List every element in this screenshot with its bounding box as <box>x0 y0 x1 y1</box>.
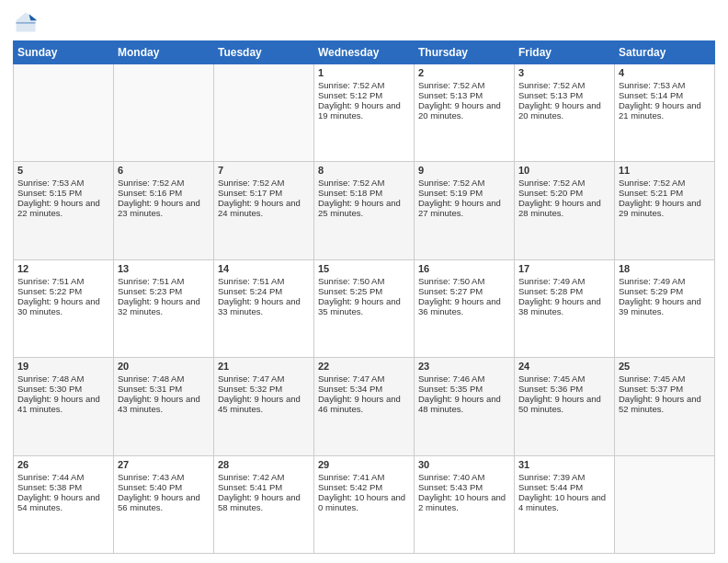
daylight-text: Daylight: 9 hours and 25 minutes. <box>318 198 410 218</box>
sunrise-text: Sunrise: 7:40 AM <box>418 472 510 482</box>
daylight-text: Daylight: 9 hours and 22 minutes. <box>17 198 109 218</box>
calendar-cell: 21Sunrise: 7:47 AMSunset: 5:32 PMDayligh… <box>214 358 314 455</box>
day-number: 30 <box>418 459 510 470</box>
day-number: 16 <box>418 263 510 274</box>
calendar-cell: 5Sunrise: 7:53 AMSunset: 5:15 PMDaylight… <box>14 162 114 259</box>
calendar-cell <box>615 455 715 553</box>
calendar-cell <box>214 64 314 162</box>
day-number: 24 <box>518 361 610 372</box>
sunrise-text: Sunrise: 7:52 AM <box>518 178 610 188</box>
daylight-text: Daylight: 9 hours and 39 minutes. <box>619 296 711 316</box>
sunset-text: Sunset: 5:17 PM <box>218 188 310 198</box>
calendar-cell: 4Sunrise: 7:53 AMSunset: 5:14 PMDaylight… <box>615 64 715 162</box>
calendar-cell: 26Sunrise: 7:44 AMSunset: 5:38 PMDayligh… <box>14 455 114 553</box>
sunrise-text: Sunrise: 7:47 AM <box>318 373 410 384</box>
calendar-cell <box>114 64 214 162</box>
sunset-text: Sunset: 5:14 PM <box>619 90 711 100</box>
sunset-text: Sunset: 5:32 PM <box>218 384 310 394</box>
daylight-text: Daylight: 9 hours and 23 minutes. <box>118 198 210 218</box>
sunset-text: Sunset: 5:42 PM <box>318 482 410 492</box>
day-number: 8 <box>318 165 410 176</box>
sunset-text: Sunset: 5:27 PM <box>418 286 510 296</box>
sunrise-text: Sunrise: 7:51 AM <box>218 276 310 286</box>
calendar-cell: 13Sunrise: 7:51 AMSunset: 5:23 PMDayligh… <box>114 259 214 357</box>
day-number: 6 <box>118 165 210 176</box>
sunset-text: Sunset: 5:43 PM <box>418 482 510 492</box>
day-number: 3 <box>518 67 610 78</box>
sunset-text: Sunset: 5:44 PM <box>518 482 610 492</box>
daylight-text: Daylight: 9 hours and 20 minutes. <box>418 100 510 121</box>
daylight-text: Daylight: 9 hours and 28 minutes. <box>518 198 610 218</box>
calendar-cell: 29Sunrise: 7:41 AMSunset: 5:42 PMDayligh… <box>314 455 415 553</box>
calendar-cell: 11Sunrise: 7:52 AMSunset: 5:21 PMDayligh… <box>615 162 715 259</box>
calendar-week-4: 19Sunrise: 7:48 AMSunset: 5:30 PMDayligh… <box>14 358 715 455</box>
day-number: 11 <box>619 165 711 176</box>
calendar-cell: 16Sunrise: 7:50 AMSunset: 5:27 PMDayligh… <box>415 259 515 357</box>
sunrise-text: Sunrise: 7:48 AM <box>17 373 109 384</box>
calendar-week-5: 26Sunrise: 7:44 AMSunset: 5:38 PMDayligh… <box>14 455 715 553</box>
daylight-text: Daylight: 10 hours and 2 minutes. <box>418 492 510 512</box>
day-number: 18 <box>619 263 711 274</box>
day-number: 17 <box>518 263 610 274</box>
weekday-header-friday: Friday <box>515 41 615 64</box>
sunrise-text: Sunrise: 7:49 AM <box>619 276 711 286</box>
sunrise-text: Sunrise: 7:47 AM <box>218 373 310 384</box>
calendar-cell: 8Sunrise: 7:52 AMSunset: 5:18 PMDaylight… <box>314 162 415 259</box>
daylight-text: Daylight: 9 hours and 50 minutes. <box>518 394 610 414</box>
sunset-text: Sunset: 5:35 PM <box>418 384 510 394</box>
sunset-text: Sunset: 5:34 PM <box>318 384 410 394</box>
day-number: 13 <box>118 263 210 274</box>
weekday-header-wednesday: Wednesday <box>314 41 415 64</box>
calendar-cell: 24Sunrise: 7:45 AMSunset: 5:36 PMDayligh… <box>515 358 615 455</box>
calendar-cell: 1Sunrise: 7:52 AMSunset: 5:12 PMDaylight… <box>314 64 415 162</box>
weekday-header-saturday: Saturday <box>615 41 715 64</box>
sunrise-text: Sunrise: 7:51 AM <box>118 276 210 286</box>
day-number: 29 <box>318 459 410 470</box>
day-number: 23 <box>418 361 510 372</box>
daylight-text: Daylight: 9 hours and 43 minutes. <box>118 394 210 414</box>
daylight-text: Daylight: 9 hours and 52 minutes. <box>619 394 711 414</box>
day-number: 26 <box>17 459 109 470</box>
sunset-text: Sunset: 5:40 PM <box>118 482 210 492</box>
sunset-text: Sunset: 5:31 PM <box>118 384 210 394</box>
daylight-text: Daylight: 10 hours and 0 minutes. <box>318 492 410 512</box>
daylight-text: Daylight: 9 hours and 27 minutes. <box>418 198 510 218</box>
logo-icon <box>13 9 39 35</box>
weekday-header-sunday: Sunday <box>14 41 114 64</box>
calendar-cell: 15Sunrise: 7:50 AMSunset: 5:25 PMDayligh… <box>314 259 415 357</box>
sunrise-text: Sunrise: 7:52 AM <box>118 178 210 188</box>
day-number: 21 <box>218 361 310 372</box>
daylight-text: Daylight: 9 hours and 38 minutes. <box>518 296 610 316</box>
sunset-text: Sunset: 5:15 PM <box>17 188 109 198</box>
daylight-text: Daylight: 9 hours and 29 minutes. <box>619 198 711 218</box>
day-number: 15 <box>318 263 410 274</box>
daylight-text: Daylight: 9 hours and 56 minutes. <box>118 492 210 512</box>
day-number: 10 <box>518 165 610 176</box>
sunset-text: Sunset: 5:37 PM <box>619 384 711 394</box>
sunset-text: Sunset: 5:38 PM <box>17 482 109 492</box>
daylight-text: Daylight: 9 hours and 46 minutes. <box>318 394 410 414</box>
daylight-text: Daylight: 9 hours and 36 minutes. <box>418 296 510 316</box>
daylight-text: Daylight: 9 hours and 58 minutes. <box>218 492 310 512</box>
sunset-text: Sunset: 5:22 PM <box>17 286 109 296</box>
calendar-cell <box>14 64 114 162</box>
day-number: 5 <box>17 165 109 176</box>
calendar-week-2: 5Sunrise: 7:53 AMSunset: 5:15 PMDaylight… <box>14 162 715 259</box>
sunset-text: Sunset: 5:13 PM <box>418 90 510 100</box>
sunrise-text: Sunrise: 7:51 AM <box>17 276 109 286</box>
calendar-week-3: 12Sunrise: 7:51 AMSunset: 5:22 PMDayligh… <box>14 259 715 357</box>
calendar-cell: 27Sunrise: 7:43 AMSunset: 5:40 PMDayligh… <box>114 455 214 553</box>
sunset-text: Sunset: 5:28 PM <box>518 286 610 296</box>
weekday-header-tuesday: Tuesday <box>214 41 314 64</box>
sunrise-text: Sunrise: 7:39 AM <box>518 472 610 482</box>
calendar-cell: 9Sunrise: 7:52 AMSunset: 5:19 PMDaylight… <box>415 162 515 259</box>
sunset-text: Sunset: 5:25 PM <box>318 286 410 296</box>
calendar-cell: 19Sunrise: 7:48 AMSunset: 5:30 PMDayligh… <box>14 358 114 455</box>
sunrise-text: Sunrise: 7:52 AM <box>619 178 711 188</box>
daylight-text: Daylight: 9 hours and 33 minutes. <box>218 296 310 316</box>
sunrise-text: Sunrise: 7:45 AM <box>518 373 610 384</box>
sunrise-text: Sunrise: 7:52 AM <box>418 178 510 188</box>
day-number: 2 <box>418 67 510 78</box>
sunset-text: Sunset: 5:12 PM <box>318 90 410 100</box>
calendar-cell: 31Sunrise: 7:39 AMSunset: 5:44 PMDayligh… <box>515 455 615 553</box>
